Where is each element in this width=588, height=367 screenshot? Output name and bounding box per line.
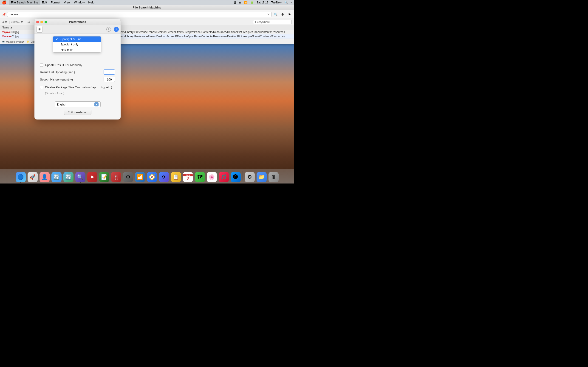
dock-item-food[interactable]: 🍴 (111, 172, 122, 183)
prefs-title: Preferences (69, 20, 86, 24)
dock-item-safari[interactable]: 🧭 (147, 172, 157, 183)
prefs-toolbar: ⊟ ? i (35, 25, 121, 33)
file-path: /System/Library/PreferencePanes/DesktopS… (112, 34, 294, 39)
stat-separator2: | (25, 20, 25, 24)
dock-item-mail[interactable]: ✈ (158, 172, 170, 183)
pin-icon[interactable]: 📌 (2, 13, 6, 16)
menubar-grid-icon[interactable]: ⊞ (239, 1, 242, 4)
minimize-button[interactable] (40, 21, 43, 23)
search-clear-button[interactable]: ✕ (267, 13, 270, 16)
file-name-label: Mojave (2, 31, 11, 34)
search-input[interactable]: mojave (9, 13, 267, 16)
dock-item-contacts[interactable]: 👤 (39, 172, 50, 183)
dropdown-option-spotlight-only[interactable]: Spotlight only (53, 42, 101, 47)
dock-item-filesearch[interactable]: 🔍 (75, 172, 86, 183)
prefs-toggle-button[interactable]: ⊟ (36, 26, 43, 33)
dropdown-option-label: Find only (61, 48, 73, 51)
language-section: English ▼ Edit translation (40, 101, 115, 115)
app-window: File Search Machine 📌 mojave ✕ 🔍 ⚙ 👁 4 s… (0, 5, 294, 169)
search-settings-button[interactable]: ⚙ (280, 12, 285, 17)
dropdown-option-label: Spotlight only (61, 43, 78, 46)
dock-item-settings[interactable]: ⚙ (123, 172, 134, 183)
dropdown-option-spotlight-find[interactable]: ✓ Spotlight & Find (53, 36, 101, 42)
search-eye-button[interactable]: 👁 (287, 12, 292, 17)
dock-item-calendar[interactable]: AUG 3 (182, 172, 193, 183)
check-icon: ✓ (56, 38, 59, 41)
stat-count: 24 (27, 20, 30, 24)
breadcrumb-icon-folder: 📁 (26, 40, 30, 43)
dock-item-photos[interactable]: 🌸 (206, 172, 217, 183)
update-manually-checkbox[interactable] (40, 64, 43, 67)
dock-item-notes[interactable]: 📋 (170, 172, 182, 183)
menubar-search-icon[interactable]: 🔍 (284, 1, 288, 4)
menubar-view[interactable]: View (62, 0, 72, 5)
stat-separator1: | (9, 20, 10, 24)
dropdown-arrow-icon: ▼ (95, 102, 99, 106)
search-history-input[interactable]: 100 (104, 77, 115, 82)
menubar-edit[interactable]: Edit (40, 0, 49, 5)
disable-pkg-section: Disable Package Size Calculation (.app, … (40, 85, 115, 94)
edit-translation-button[interactable]: Edit translation (64, 110, 91, 115)
menubar-app-name[interactable]: File Search Machine (9, 0, 40, 5)
location-input[interactable] (253, 20, 292, 24)
close-button[interactable] (36, 21, 39, 23)
dock-item-launchpad[interactable]: 🚀 (27, 172, 38, 183)
menubar-format[interactable]: Format (49, 0, 62, 5)
dock-item-trash[interactable]: 🗑 (268, 172, 279, 183)
maximize-button[interactable] (44, 21, 47, 23)
dock-item-maps[interactable]: 🗺 (194, 172, 205, 183)
language-dropdown[interactable]: English ▼ (55, 101, 101, 107)
search-actions: 🔍 ⚙ 👁 (273, 12, 292, 17)
disable-pkg-checkbox[interactable] (40, 86, 43, 89)
disable-pkg-row: Disable Package Size Calculation (.app, … (40, 85, 115, 89)
dock-item-textfile[interactable]: 📝 (99, 172, 110, 183)
breadcrumb-icon: 💻 (2, 40, 5, 43)
dock-dot (20, 182, 21, 183)
dock-item-music[interactable]: 🎵 (218, 172, 229, 183)
fsm-titlebar: File Search Machine (0, 5, 294, 10)
col-header-path[interactable]: Path (112, 25, 294, 30)
file-name-suffix: 01.jpg (11, 35, 19, 38)
breadcrumb-item[interactable]: MacbookProHD (6, 40, 24, 43)
search-history-row: Search History (quantity) 100 (40, 77, 115, 82)
prefs-body: ✓ Spotlight & Find Spotlight only Find o… (35, 33, 121, 119)
traffic-lights (36, 21, 47, 23)
prefs-settings-section: Update Result List Manually Result List … (40, 63, 115, 115)
prefs-help-button[interactable]: ? (106, 27, 111, 32)
menubar-notification-icon[interactable]: ≡ (291, 1, 292, 4)
language-label: English (57, 103, 67, 106)
menubar-wifi-icon[interactable]: 📶 (244, 1, 248, 4)
menubar-battery-icon: 🔋 (250, 1, 254, 4)
result-update-input[interactable]: 5 (104, 69, 115, 75)
prefs-info-button[interactable]: i (114, 27, 119, 32)
fsm-searchbar: 📌 mojave ✕ 🔍 ⚙ 👁 (0, 10, 294, 19)
menubar-help[interactable]: Help (86, 0, 96, 5)
search-mode-dropdown-popup[interactable]: ✓ Spotlight & Find Spotlight only Find o… (53, 36, 101, 52)
breadcrumb-separator: › (25, 40, 26, 43)
dropdown-option-find-only[interactable]: Find only (53, 47, 101, 52)
dock-item-systemprefs[interactable]: ⚙ (244, 172, 255, 183)
dock-item-sync1[interactable]: 🔄 (51, 172, 62, 183)
menubar-datetime: Sat 19:19 (257, 1, 268, 4)
menubar-right: 🎛 ⊞ 📶 🔋 Sat 19:19 TestNew 🔍 ≡ (233, 1, 292, 4)
dock-item-delete[interactable]: ✖ (87, 172, 98, 183)
fsm-title: File Search Machine (133, 6, 162, 9)
dock: 🔵 🚀 👤 🔄 🔄 🔍 ✖ 📝 🍴 ⚙ 📶 🧭 (0, 169, 294, 184)
dock-item-vpn[interactable]: 📶 (135, 172, 146, 183)
result-update-label: Result List Updating (sec.) (40, 70, 104, 74)
search-history-label: Search History (quantity) (40, 78, 104, 81)
preferences-dialog: Preferences ⊟ ? i ✓ Spotlight & Find Spo… (35, 19, 121, 119)
menubar-window[interactable]: Window (72, 0, 86, 5)
dock-item-sync2[interactable]: 🔄 (63, 172, 74, 183)
menubar-control-center-icon[interactable]: 🎛 (233, 1, 236, 4)
dock-item-icloud[interactable]: 📁 (256, 172, 267, 183)
prefs-titlebar: Preferences (35, 19, 121, 25)
dock-item-appstore[interactable]: 🅐 (230, 172, 241, 183)
toggle-icon: ⊟ (38, 28, 41, 31)
file-name-label: Mojave (2, 35, 11, 38)
search-input-wrapper: mojave ✕ (7, 12, 271, 17)
dock-item-finder[interactable]: 🔵 (15, 172, 26, 183)
dock-dot (80, 182, 81, 183)
apple-menu-icon[interactable]: 🍎 (2, 0, 6, 5)
search-magnifier-button[interactable]: 🔍 (273, 12, 278, 17)
